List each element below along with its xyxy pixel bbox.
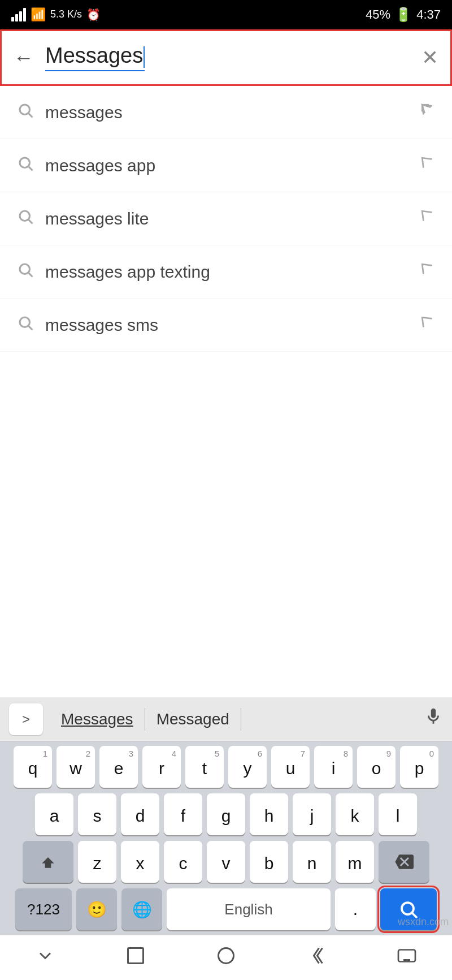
search-icon <box>17 261 45 282</box>
search-icon <box>17 314 45 335</box>
key-y[interactable]: 6y <box>228 746 267 788</box>
suggestion-text: messages sms <box>45 316 420 335</box>
key-a[interactable]: a <box>35 793 73 835</box>
keyboard-row-4: ?123 🙂 🌐 English . <box>3 888 449 930</box>
key-x[interactable]: x <box>121 841 159 883</box>
svg-point-9 <box>20 264 30 274</box>
keyboard-section: > Messages Messaged 1q 2w 3e 4r 5t 6y 7u… <box>0 697 452 980</box>
nav-back-button[interactable] <box>306 946 327 970</box>
key-w[interactable]: 2w <box>56 746 95 788</box>
suggestion-text: messages app texting <box>45 262 420 282</box>
key-e[interactable]: 3e <box>99 746 138 788</box>
keyboard: 1q 2w 3e 4r 5t 6y 7u 8i 9o 0p a s d f g … <box>0 741 452 935</box>
time-display: 4:37 <box>416 7 441 22</box>
network-speed: 5.3 K/s <box>50 8 82 21</box>
key-i[interactable]: 8i <box>314 746 353 788</box>
search-icon <box>17 208 45 229</box>
key-j[interactable]: j <box>293 793 331 835</box>
key-g[interactable]: g <box>207 793 245 835</box>
search-icon <box>17 155 45 176</box>
arrow-icon <box>420 262 435 281</box>
svg-point-13 <box>402 903 414 914</box>
key-m[interactable]: m <box>336 841 374 883</box>
search-bar[interactable]: ← Messages ✕ <box>0 29 452 86</box>
nav-bar <box>0 935 452 980</box>
autocomplete-bar: > Messages Messaged <box>0 697 452 741</box>
period-key[interactable]: . <box>335 888 376 930</box>
arrow-icon <box>420 316 435 334</box>
battery-percent: 45% <box>366 7 390 22</box>
arrow-icon <box>420 209 435 228</box>
suggestion-item[interactable]: messages app <box>0 139 452 192</box>
key-h[interactable]: h <box>250 793 288 835</box>
search-icon <box>17 102 45 123</box>
keyboard-row-2: a s d f g h j k l <box>3 793 449 835</box>
status-left: 📶 5.3 K/s ⏰ <box>11 7 101 22</box>
key-b[interactable]: b <box>250 841 288 883</box>
nav-home-button[interactable] <box>216 946 236 970</box>
key-p[interactable]: 0p <box>400 746 438 788</box>
nav-down-button[interactable] <box>35 946 55 970</box>
key-u[interactable]: 7u <box>271 746 310 788</box>
svg-point-5 <box>20 158 30 168</box>
mic-icon[interactable] <box>424 707 443 731</box>
suggestion-text: messages <box>45 103 420 122</box>
shift-key[interactable] <box>23 841 73 883</box>
autocomplete-word-2[interactable]: Messaged <box>145 710 241 728</box>
nav-square-button[interactable] <box>125 946 146 970</box>
suggestion-text: messages lite <box>45 209 420 228</box>
wifi-icon: 📶 <box>31 7 46 22</box>
back-button[interactable]: ← <box>14 46 34 70</box>
alarm-icon: ⏰ <box>86 8 101 21</box>
key-k[interactable]: k <box>336 793 374 835</box>
autocomplete-divider <box>241 708 241 731</box>
key-d[interactable]: d <box>121 793 159 835</box>
num-key[interactable]: ?123 <box>15 888 72 930</box>
backspace-key[interactable] <box>379 841 429 883</box>
status-right: 45% 🔋 4:37 <box>366 7 441 23</box>
suggestion-item[interactable]: messages app texting <box>0 245 452 299</box>
search-input[interactable]: Messages <box>45 44 145 71</box>
arrow-icon <box>420 103 435 122</box>
keyboard-row-1: 1q 2w 3e 4r 5t 6y 7u 8i 9o 0p <box>3 746 449 788</box>
autocomplete-word-1[interactable]: Messages <box>50 710 145 728</box>
svg-line-1 <box>29 114 33 118</box>
arrow-icon <box>420 156 435 175</box>
key-l[interactable]: l <box>379 793 417 835</box>
suggestion-item[interactable]: messages sms <box>0 299 452 352</box>
autocomplete-expand-button[interactable]: > <box>9 703 43 735</box>
status-bar: 📶 5.3 K/s ⏰ 45% 🔋 4:37 <box>0 0 452 29</box>
svg-rect-15 <box>128 948 144 964</box>
nav-keyboard-button[interactable] <box>397 946 417 970</box>
key-c[interactable]: c <box>164 841 202 883</box>
key-o[interactable]: 9o <box>357 746 395 788</box>
svg-point-0 <box>20 105 30 115</box>
key-n[interactable]: n <box>293 841 331 883</box>
svg-point-16 <box>219 948 234 964</box>
keyboard-row-3: z x c v b n m <box>3 841 449 883</box>
signal-icon <box>11 8 26 21</box>
autocomplete-words: Messages Messaged <box>50 708 424 731</box>
key-v[interactable]: v <box>207 841 245 883</box>
suggestion-item[interactable]: messages <box>0 86 452 139</box>
search-input-container[interactable]: Messages <box>45 44 410 71</box>
svg-line-12 <box>29 326 33 330</box>
battery-icon: 🔋 <box>395 7 412 23</box>
watermark: wsxdn.com <box>394 915 452 929</box>
key-q[interactable]: 1q <box>14 746 52 788</box>
space-key[interactable]: English <box>167 888 331 930</box>
svg-point-7 <box>20 211 30 221</box>
key-s[interactable]: s <box>78 793 116 835</box>
svg-line-8 <box>29 220 33 224</box>
globe-key[interactable]: 🌐 <box>121 888 162 930</box>
suggestion-item[interactable]: messages lite <box>0 192 452 245</box>
key-r[interactable]: 4r <box>142 746 181 788</box>
clear-button[interactable]: ✕ <box>421 46 438 70</box>
svg-line-6 <box>29 167 33 171</box>
emoji-key[interactable]: 🙂 <box>76 888 117 930</box>
suggestion-text: messages app <box>45 156 420 175</box>
key-z[interactable]: z <box>78 841 116 883</box>
suggestions-list: messages messages app messag <box>0 86 452 352</box>
key-t[interactable]: 5t <box>185 746 224 788</box>
key-f[interactable]: f <box>164 793 202 835</box>
